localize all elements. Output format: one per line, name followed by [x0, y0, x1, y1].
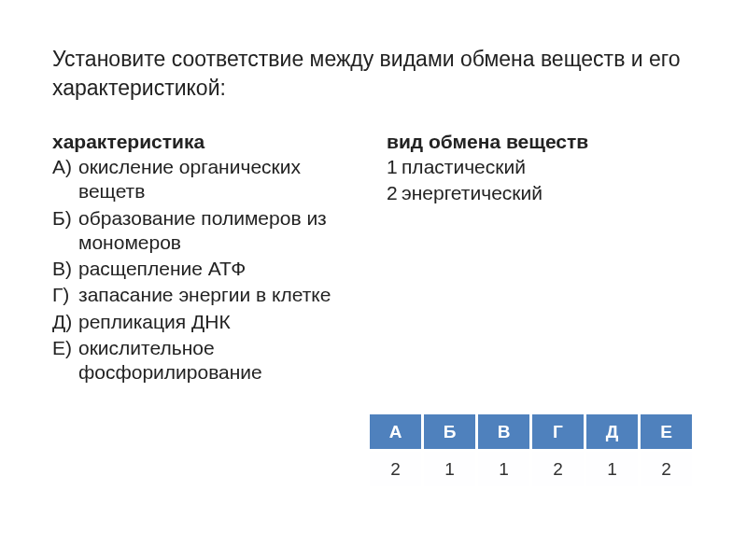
item-mark: Г) — [52, 283, 78, 307]
item-mark: А) — [52, 155, 78, 204]
table-header-row: А Б В Г Д Е — [369, 413, 694, 451]
item-mark: 1 — [387, 155, 402, 179]
table-value-cell: 2 — [369, 451, 423, 488]
list-item: Д)репликация ДНК — [52, 310, 360, 334]
item-mark: Е) — [52, 336, 78, 385]
item-text: образование полимеров из мономеров — [78, 206, 360, 256]
table-value-cell: 2 — [531, 451, 585, 488]
list-item: Б)образование полимеров из мономеров — [52, 206, 360, 256]
left-heading: характеристика — [52, 131, 360, 153]
list-item: 2энергетический — [387, 181, 695, 205]
slide-title: Установите соответствие между видами обм… — [52, 45, 695, 103]
item-text: запасание энергии в клетке — [78, 283, 360, 307]
table-header-cell: Б — [423, 413, 477, 451]
item-text: расщепление АТФ — [78, 257, 360, 281]
table-header-cell: Г — [531, 413, 585, 451]
item-mark: 2 — [387, 181, 402, 205]
table-value-cell: 1 — [477, 451, 531, 488]
item-text: окисление органических вещетв — [78, 155, 360, 204]
table-value-cell: 1 — [585, 451, 640, 488]
table-header-cell: Е — [640, 413, 694, 451]
list-item: Г)запасание энергии в клетке — [52, 283, 360, 307]
item-text: окислительное фосфорилирование — [78, 336, 360, 385]
list-item: А)окисление органических вещетв — [52, 155, 360, 204]
item-text: пластический — [402, 155, 695, 179]
right-column: вид обмена веществ 1пластический 2энерге… — [387, 131, 695, 386]
table-header-cell: Д — [585, 413, 640, 451]
table-value-cell: 2 — [640, 451, 694, 488]
table-value-row: 2 1 1 2 1 2 — [369, 451, 694, 488]
list-item: В)расщепление АТФ — [52, 257, 360, 281]
left-column: характеристика А)окисление органических … — [52, 131, 360, 386]
item-mark: Д) — [52, 310, 78, 334]
table-header-cell: В — [477, 413, 531, 451]
slide-container: Установите соответствие между видами обм… — [0, 0, 747, 560]
table-value-cell: 1 — [423, 451, 477, 488]
item-mark: В) — [52, 257, 78, 281]
list-item: Е)окислительное фосфорилирование — [52, 336, 360, 385]
answer-table: А Б В Г Д Е 2 1 1 2 1 2 — [367, 412, 695, 489]
table-header-cell: А — [369, 413, 423, 451]
list-item: 1пластический — [387, 155, 695, 179]
columns: характеристика А)окисление органических … — [52, 131, 695, 386]
right-heading: вид обмена веществ — [387, 131, 695, 153]
item-text: репликация ДНК — [78, 310, 360, 334]
item-mark: Б) — [52, 206, 78, 256]
item-text: энергетический — [402, 181, 695, 205]
